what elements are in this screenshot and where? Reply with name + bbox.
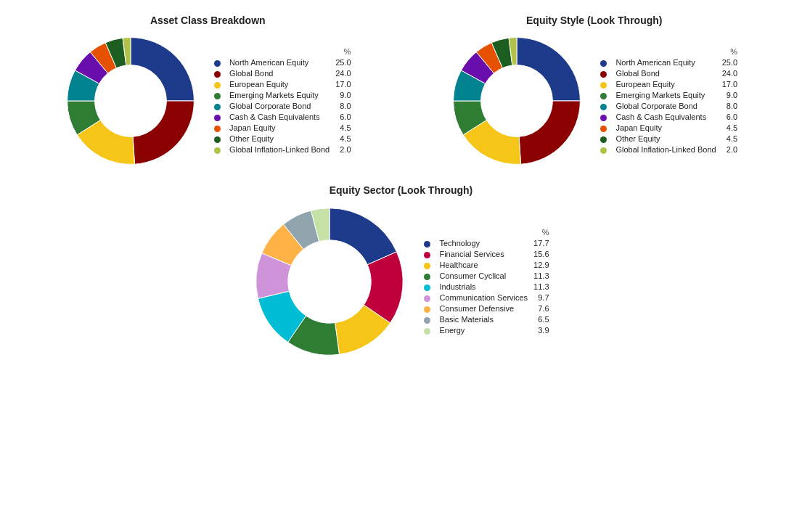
legend-value: 6.0 — [332, 112, 353, 123]
legend-value: 11.3 — [531, 282, 552, 292]
equity-style-donut — [448, 32, 586, 170]
legend-dot-cell — [421, 249, 436, 260]
legend-dot-cell — [597, 79, 613, 90]
legend-value: 7.6 — [531, 303, 552, 314]
equity-sector-legend-table: % Technology 17.7 Financial Services 15.… — [421, 228, 552, 336]
legend-row: Cash & Cash Equivalents 6.0 — [597, 112, 740, 123]
legend-value: 6.5 — [531, 314, 552, 325]
legend-dot-cell — [211, 79, 226, 90]
legend-label: Healthcare — [436, 260, 531, 271]
legend-label: Basic Materials — [436, 314, 531, 325]
legend-label: European Equity — [226, 79, 332, 90]
legend-color-dot — [424, 263, 430, 269]
charts-container: Asset Class Breakdown % N — [15, 15, 787, 361]
legend-color-dot — [424, 306, 430, 313]
legend-row: Global Inflation-Linked Bond 2.0 — [211, 144, 354, 155]
legend-dot-cell — [211, 112, 226, 123]
legend-row: Consumer Defensive 7.6 — [421, 303, 552, 314]
legend-row: Consumer Cyclical 11.3 — [421, 271, 552, 282]
legend-dot-cell — [421, 260, 436, 271]
legend-dot-cell — [597, 90, 613, 101]
legend-color-dot — [214, 93, 221, 99]
legend-color-dot — [424, 317, 430, 324]
legend-value: 9.7 — [531, 292, 552, 303]
legend-row: Global Inflation-Linked Bond 2.0 — [597, 144, 740, 155]
legend-row: European Equity 17.0 — [597, 79, 740, 90]
legend-row: Financial Services 15.6 — [421, 249, 552, 260]
legend-value: 25.0 — [332, 57, 353, 68]
legend-value: 24.0 — [332, 68, 353, 79]
legend-dot-cell — [421, 238, 436, 249]
legend-label: North American Equity — [613, 57, 719, 68]
legend-color-dot — [214, 71, 221, 78]
legend-row: Other Equity 4.5 — [597, 134, 740, 144]
legend-color-dot — [214, 136, 221, 143]
asset-class-chart-legend-row: % North American Equity 25.0 Global Bond… — [62, 32, 354, 170]
legend-value: 4.5 — [719, 123, 740, 134]
legend-dot-cell — [597, 144, 613, 155]
legend-value: 9.0 — [332, 90, 353, 101]
equity-sector-chart-legend-row: % Technology 17.7 Financial Services 15.… — [250, 202, 552, 361]
asset-class-donut — [62, 32, 200, 170]
legend-dot-cell — [597, 112, 613, 123]
legend-label: Cash & Cash Equivalents — [613, 112, 719, 123]
equity-sector-legend: % Technology 17.7 Financial Services 15.… — [421, 228, 552, 336]
legend-row: European Equity 17.0 — [211, 79, 354, 90]
legend-color-dot — [214, 60, 221, 67]
legend-dot-cell — [211, 68, 226, 79]
legend-color-dot — [424, 285, 430, 291]
legend-color-dot — [424, 274, 430, 280]
legend-value: 12.9 — [531, 260, 552, 271]
legend-color-dot — [600, 136, 607, 143]
legend-dot-cell — [421, 282, 436, 292]
equity-style-chart-block: Equity Style (Look Through) % — [448, 15, 740, 170]
legend-row: Other Equity 4.5 — [211, 134, 354, 144]
legend-label: Global Corporate Bond — [226, 101, 332, 112]
legend-row: Cash & Cash Equivalents 6.0 — [211, 112, 354, 123]
equity-style-legend: % North American Equity 25.0 Global Bond… — [597, 47, 740, 155]
legend-label: Global Corporate Bond — [613, 101, 719, 112]
legend-color-dot — [424, 295, 430, 302]
legend-color-dot — [600, 93, 607, 99]
legend-row: Healthcare 12.9 — [421, 260, 552, 271]
legend-row: Technology 17.7 — [421, 238, 552, 249]
legend-row: Japan Equity 4.5 — [597, 123, 740, 134]
legend-label: European Equity — [613, 79, 719, 90]
legend-value: 17.7 — [531, 238, 552, 249]
legend-dot-cell — [597, 123, 613, 134]
legend-label: Cash & Cash Equivalents — [226, 112, 332, 123]
legend-value: 8.0 — [332, 101, 353, 112]
legend-value: 8.0 — [719, 101, 740, 112]
legend-color-dot — [600, 115, 607, 121]
legend-dot-cell — [211, 144, 226, 155]
legend-dot-cell — [597, 134, 613, 144]
legend-color-dot — [424, 328, 430, 335]
legend-dot-cell — [421, 303, 436, 314]
legend-dot-cell — [211, 101, 226, 112]
legend-row: Global Corporate Bond 8.0 — [211, 101, 354, 112]
legend-label: Consumer Cyclical — [436, 271, 531, 282]
legend-color-dot — [214, 115, 221, 121]
legend-value: 2.0 — [719, 144, 740, 155]
legend-value: 3.9 — [531, 325, 552, 336]
legend-row: Emerging Markets Equity 9.0 — [597, 90, 740, 101]
legend-color-dot — [600, 126, 607, 132]
equity-sector-col-header: % — [531, 228, 552, 238]
legend-label: Consumer Defensive — [436, 303, 531, 314]
legend-row: Emerging Markets Equity 9.0 — [211, 90, 354, 101]
legend-label: Emerging Markets Equity — [613, 90, 719, 101]
legend-dot-cell — [211, 134, 226, 144]
asset-class-col-header: % — [332, 47, 353, 57]
equity-style-chart-legend-row: % North American Equity 25.0 Global Bond… — [448, 32, 740, 170]
legend-label: Industrials — [436, 282, 531, 292]
legend-row: Japan Equity 4.5 — [211, 123, 354, 134]
legend-color-dot — [424, 241, 430, 247]
legend-value: 4.5 — [332, 134, 353, 144]
legend-dot-cell — [421, 314, 436, 325]
legend-dot-cell — [211, 57, 226, 68]
legend-color-dot — [600, 147, 607, 154]
equity-sector-chart-block: Equity Sector (Look Through) % — [250, 184, 552, 361]
legend-color-dot — [600, 104, 607, 110]
legend-color-dot — [424, 252, 430, 258]
legend-value: 4.5 — [719, 134, 740, 144]
